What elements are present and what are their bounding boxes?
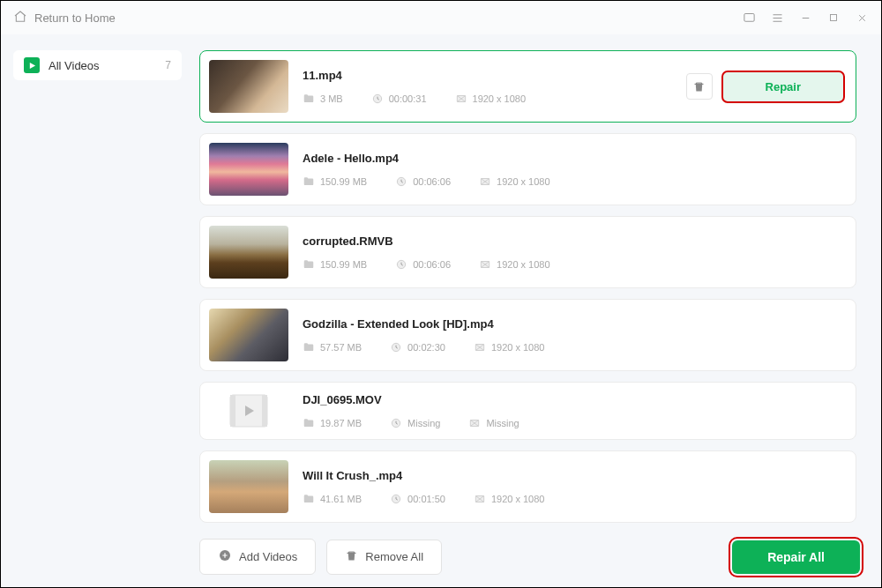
size-icon — [303, 417, 315, 429]
video-card[interactable]: Godzilla - Extended Look [HD].mp4 57.57 … — [199, 299, 856, 371]
svg-rect-1 — [831, 15, 837, 21]
video-filename: Godzilla - Extended Look [HD].mp4 — [303, 317, 843, 331]
video-size: 3 MB — [320, 93, 343, 104]
size-icon — [303, 258, 315, 271]
video-duration: 00:00:31 — [389, 93, 427, 104]
video-card[interactable]: 11.mp4 3 MB 00:00:31 1920 x 1080 Repair — [199, 50, 856, 123]
play-icon — [24, 57, 40, 73]
add-videos-button[interactable]: Add Videos — [199, 539, 316, 575]
svg-rect-11 — [230, 395, 235, 427]
resolution-icon — [455, 93, 467, 105]
close-icon[interactable] — [849, 5, 874, 30]
video-duration: 00:02:30 — [407, 342, 445, 353]
remove-all-button[interactable]: Remove All — [326, 540, 442, 575]
video-thumbnail — [209, 460, 288, 513]
menu-icon[interactable] — [765, 5, 789, 30]
sidebar: All Videos 7 — [1, 34, 191, 587]
sidebar-item-label: All Videos — [49, 59, 165, 72]
resolution-icon — [468, 417, 481, 429]
clock-icon — [390, 493, 402, 505]
repair-button[interactable]: Repair — [723, 72, 843, 101]
delete-button[interactable] — [686, 73, 713, 100]
repair-all-button[interactable]: Repair All — [732, 540, 860, 574]
return-home[interactable]: Return to Home — [13, 10, 116, 26]
video-duration: 00:06:06 — [413, 176, 451, 187]
video-filename: Adele - Hello.mp4 — [303, 152, 843, 165]
svg-rect-12 — [262, 395, 267, 427]
video-placeholder-icon — [225, 391, 273, 430]
video-card[interactable]: Will It Crush_.mp4 41.61 MB 00:01:50 192… — [199, 450, 856, 523]
repair-button-label: Repair — [766, 80, 801, 93]
video-thumbnail — [209, 309, 288, 361]
add-videos-label: Add Videos — [239, 550, 297, 563]
feedback-icon[interactable] — [736, 5, 761, 30]
home-icon — [13, 10, 27, 26]
video-resolution: Missing — [486, 418, 519, 428]
video-size: 150.99 MB — [320, 259, 367, 270]
clock-icon — [390, 341, 402, 354]
video-resolution: 1920 x 1080 — [497, 176, 550, 187]
video-card[interactable]: corrupted.RMVB 150.99 MB 00:06:06 1920 x… — [199, 216, 856, 288]
clock-icon — [390, 417, 402, 429]
resolution-icon — [474, 493, 486, 505]
video-card[interactable]: Adele - Hello.mp4 150.99 MB 00:06:06 192… — [199, 133, 856, 205]
resolution-icon — [474, 341, 486, 354]
video-filename: corrupted.RMVB — [303, 234, 843, 248]
video-meta: 150.99 MB 00:06:06 1920 x 1080 — [303, 175, 843, 188]
size-icon — [303, 493, 315, 505]
video-filename: DJI_0695.MOV — [303, 393, 843, 406]
size-icon — [303, 93, 315, 105]
video-duration: Missing — [407, 418, 440, 428]
video-duration: 00:06:06 — [413, 259, 451, 270]
size-icon — [303, 175, 315, 188]
clock-icon — [395, 258, 407, 271]
video-card[interactable]: DJI_0695.MOV 19.87 MB Missing Missing — [199, 382, 856, 440]
video-resolution: 1920 x 1080 — [491, 342, 545, 353]
video-resolution: 1920 x 1080 — [473, 93, 527, 104]
video-size: 57.57 MB — [320, 342, 362, 353]
titlebar: Return to Home — [1, 1, 881, 34]
trash-icon — [345, 549, 358, 565]
video-resolution: 1920 x 1080 — [497, 259, 550, 270]
video-meta: 150.99 MB 00:06:06 1920 x 1080 — [303, 258, 843, 271]
video-meta: 19.87 MB Missing Missing — [303, 417, 843, 429]
remove-all-label: Remove All — [365, 550, 423, 563]
sidebar-item-count: 7 — [165, 59, 171, 71]
video-filename: Will It Crush_.mp4 — [303, 469, 843, 482]
video-thumbnail — [209, 60, 288, 113]
video-thumbnail — [209, 143, 288, 196]
video-meta: 41.61 MB 00:01:50 1920 x 1080 — [303, 493, 843, 505]
video-meta: 57.57 MB 00:02:30 1920 x 1080 — [303, 341, 843, 354]
video-list: 11.mp4 3 MB 00:00:31 1920 x 1080 Repair … — [199, 50, 860, 526]
clock-icon — [371, 93, 384, 105]
return-home-label: Return to Home — [34, 11, 116, 25]
video-duration: 00:01:50 — [407, 494, 445, 504]
video-resolution: 1920 x 1080 — [491, 494, 545, 504]
footer: Add Videos Remove All Repair All — [199, 526, 860, 575]
sidebar-item-all-videos[interactable]: All Videos 7 — [13, 50, 182, 80]
minimize-icon[interactable] — [793, 5, 818, 30]
resolution-icon — [479, 175, 491, 188]
video-thumbnail — [209, 226, 288, 279]
clock-icon — [395, 175, 407, 188]
plus-icon — [218, 548, 232, 565]
repair-all-label: Repair All — [767, 550, 825, 564]
video-size: 19.87 MB — [320, 418, 362, 428]
video-meta: 3 MB 00:00:31 1920 x 1080 — [303, 93, 672, 105]
video-size: 150.99 MB — [320, 176, 367, 187]
maximize-icon[interactable] — [821, 5, 846, 30]
size-icon — [303, 341, 315, 354]
video-size: 41.61 MB — [320, 494, 362, 504]
resolution-icon — [479, 258, 491, 271]
video-filename: 11.mp4 — [303, 69, 672, 82]
